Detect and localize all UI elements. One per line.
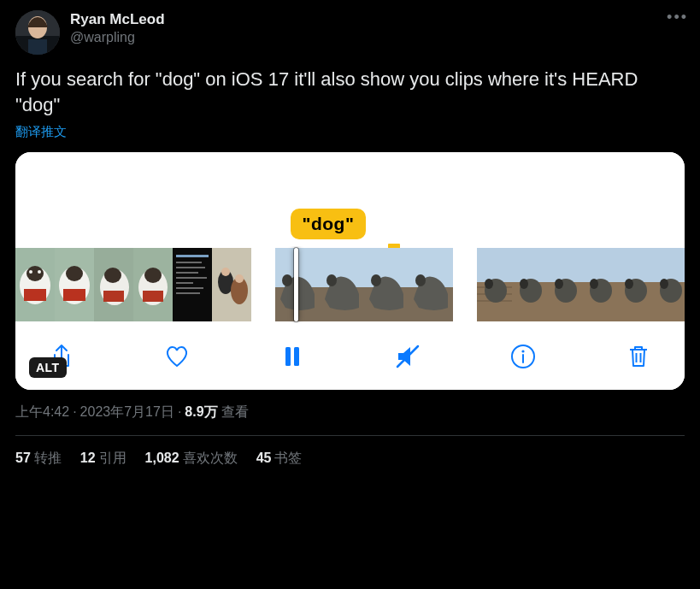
views-label: 查看	[221, 404, 249, 419]
svg-rect-3	[28, 39, 47, 55]
tweet-stats: 57转推 12引用 1,082喜欢次数 45书签	[15, 450, 685, 468]
bookmarks-label: 书签	[274, 451, 302, 465]
svg-rect-67	[617, 248, 652, 282]
svg-point-38	[282, 274, 292, 286]
handle[interactable]: @warpling	[70, 29, 165, 47]
svg-rect-25	[176, 267, 205, 268]
svg-point-7	[29, 270, 32, 274]
svg-rect-30	[176, 292, 200, 294]
clip-thumb	[55, 248, 94, 321]
clip-thumb	[320, 248, 364, 321]
svg-rect-63	[582, 248, 617, 282]
svg-point-34	[221, 268, 230, 276]
tweet-header: Ryan McLeod @warpling	[15, 10, 685, 55]
media-card[interactable]: "dog"	[15, 152, 685, 390]
svg-rect-21	[143, 291, 163, 302]
svg-point-74	[660, 279, 668, 289]
tweet-date[interactable]: 2023年7月17日	[80, 404, 174, 419]
svg-point-62	[555, 279, 563, 289]
svg-rect-9	[24, 289, 46, 301]
info-icon	[509, 343, 537, 370]
media-white-area: "dog"	[15, 152, 685, 246]
clip-group-1	[15, 248, 251, 321]
tweet-meta: 上午4:42·2023年7月17日·8.9万 查看	[15, 403, 685, 421]
likes-stat[interactable]: 1,082喜欢次数	[145, 450, 238, 468]
svg-point-16	[104, 268, 121, 283]
clip-thumb	[547, 248, 582, 321]
clip-thumb	[652, 248, 685, 321]
tweet-text: If you search for "dog" on iOS 17 it'll …	[15, 67, 685, 117]
author-names: Ryan McLeod @warpling	[70, 10, 165, 47]
likes-label: 喜欢次数	[183, 451, 238, 465]
tweet-time[interactable]: 上午4:42	[15, 404, 69, 419]
svg-point-8	[38, 270, 41, 274]
search-term-label: "dog"	[291, 209, 367, 239]
quotes-label: 引用	[99, 451, 126, 465]
bookmarks-stat[interactable]: 45书签	[256, 450, 303, 468]
display-name[interactable]: Ryan McLeod	[70, 10, 165, 29]
mute-icon	[394, 343, 421, 370]
clip-group-3	[477, 248, 685, 321]
translate-link[interactable]: 翻译推文	[15, 124, 685, 140]
clip-thumb	[94, 248, 133, 321]
svg-rect-55	[512, 248, 547, 282]
svg-point-47	[415, 274, 426, 286]
svg-rect-76	[294, 347, 299, 366]
svg-point-12	[66, 266, 83, 281]
clip-thumb	[409, 248, 453, 321]
clip-thumb	[364, 248, 409, 321]
svg-rect-48	[477, 248, 512, 282]
timeline-strip[interactable]	[15, 246, 685, 323]
likes-num: 1,082	[145, 451, 179, 465]
svg-point-41	[326, 274, 337, 286]
retweets-label: 转推	[34, 451, 62, 465]
clip-thumb	[133, 248, 173, 321]
like-button[interactable]	[163, 343, 191, 370]
retweets-num: 57	[15, 451, 31, 465]
bookmarks-num: 45	[256, 451, 272, 465]
trash-icon	[625, 343, 652, 370]
avatar[interactable]	[15, 10, 60, 55]
divider	[15, 435, 685, 436]
svg-point-20	[144, 268, 162, 283]
svg-rect-17	[103, 291, 124, 302]
svg-rect-24	[176, 262, 202, 263]
clip-thumb	[477, 248, 512, 321]
clip-thumb	[512, 248, 547, 321]
svg-rect-75	[285, 347, 291, 366]
heart-icon	[163, 343, 191, 370]
playhead[interactable]	[294, 248, 298, 321]
svg-point-70	[625, 279, 633, 289]
retweets-stat[interactable]: 57转推	[15, 450, 62, 468]
more-options-button[interactable]: •••	[667, 9, 688, 27]
alt-badge[interactable]: ALT	[29, 357, 67, 378]
svg-point-66	[590, 279, 598, 289]
quotes-num: 12	[80, 451, 96, 465]
clip-thumb	[582, 248, 617, 321]
svg-rect-22	[173, 248, 212, 321]
svg-point-35	[235, 274, 244, 283]
clip-group-2	[275, 248, 453, 321]
clip-thumb	[212, 248, 251, 321]
avatar-image	[15, 10, 60, 55]
svg-point-6	[26, 266, 44, 281]
svg-rect-71	[652, 248, 685, 282]
views-count[interactable]: 8.9万	[185, 404, 217, 419]
delete-button[interactable]	[625, 343, 652, 370]
mute-button[interactable]	[394, 343, 421, 370]
info-button[interactable]	[509, 343, 537, 370]
tweet-container: ••• Ryan McLeod @warpling If you search …	[0, 0, 700, 478]
svg-point-44	[371, 274, 381, 286]
svg-rect-23	[176, 255, 209, 257]
media-controls	[15, 323, 685, 390]
clip-thumb	[173, 248, 212, 321]
pause-button[interactable]	[279, 343, 306, 370]
svg-point-58	[520, 279, 528, 289]
svg-rect-29	[176, 287, 203, 289]
quotes-stat[interactable]: 12引用	[80, 450, 126, 468]
svg-rect-28	[176, 282, 193, 284]
clip-thumb	[15, 248, 55, 321]
svg-rect-26	[176, 272, 198, 274]
pause-icon	[279, 343, 306, 370]
svg-rect-27	[176, 277, 207, 279]
